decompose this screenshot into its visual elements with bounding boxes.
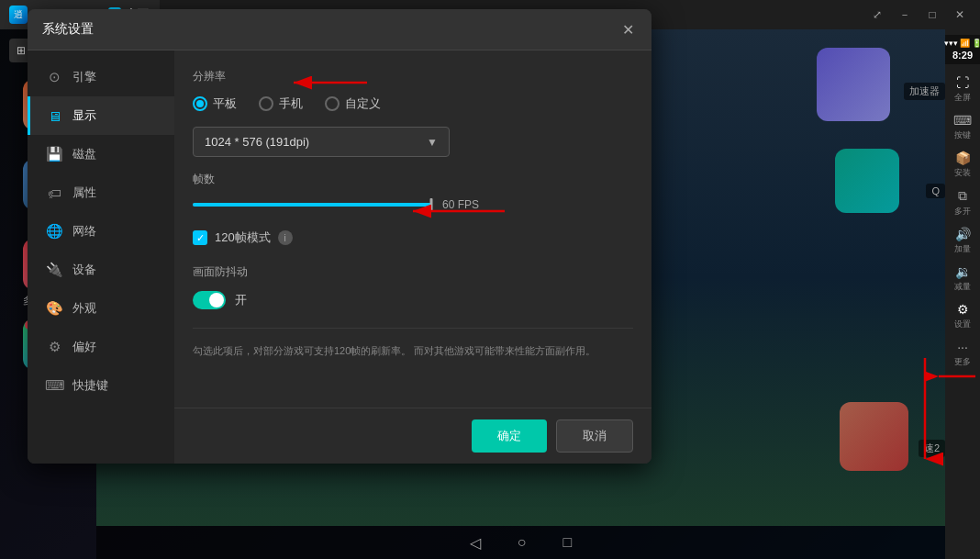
info-text: 勾选此项后，对部分游戏可支持120帧的刷新率。 而对其他游戏可能带来性能方面副作… <box>193 328 633 360</box>
window-controls: ⤢ － □ ✕ <box>857 5 980 25</box>
settings-content: 分辨率 平板 手机 自定义 <box>174 50 651 408</box>
fps-slider-container: 60 FPS <box>193 198 633 211</box>
toggle-knob <box>209 293 224 307</box>
multi-icon: ⧉ <box>958 188 967 204</box>
stabilization-section: 画面防抖动 开 <box>193 264 633 309</box>
settings-content-wrapper: 分辨率 平板 手机 自定义 <box>174 50 651 464</box>
menu-label-prefs: 偏好 <box>72 339 96 355</box>
more-icon: ··· <box>957 340 968 354</box>
menu-label-disk: 磁盘 <box>72 146 96 162</box>
menu-item-appearance[interactable]: 🎨 外观 <box>28 289 174 328</box>
battery-icon: 🔋 <box>972 39 981 48</box>
dialog-body: ⊙ 引擎 🖥 显示 💾 磁盘 🏷 属性 🌐 网络 <box>28 50 651 464</box>
fps-value: 60 FPS <box>442 198 479 211</box>
expand-btn[interactable]: ⤢ <box>864 5 890 25</box>
display-icon: 🖥 <box>45 108 63 124</box>
minimize-btn[interactable]: － <box>892 5 918 25</box>
radio-phone[interactable]: 手机 <box>259 95 303 112</box>
resolution-title: 分辨率 <box>193 69 633 84</box>
settings-label: 设置 <box>954 319 971 330</box>
menu-item-network[interactable]: 🌐 网络 <box>28 212 174 251</box>
fps120-info-icon[interactable]: i <box>278 230 293 245</box>
resolution-section: 分辨率 平板 手机 自定义 <box>193 69 633 157</box>
multi-label: 多开 <box>954 206 971 218</box>
dialog-close-btn[interactable]: ✕ <box>618 20 637 39</box>
status-bar: ▾▾▾ 📶 🔋 8:29 <box>945 35 980 64</box>
fps120-checkbox-row: ✓ 120帧模式 i <box>193 229 633 246</box>
device-icon: 🔌 <box>45 262 63 278</box>
bg-app-2 <box>835 149 899 213</box>
radio-label-custom: 自定义 <box>345 95 381 112</box>
maximize-btn[interactable]: □ <box>919 5 945 25</box>
multi-open-btn[interactable]: ⧉ 多开 <box>946 184 979 221</box>
menu-label-props: 属性 <box>72 184 96 201</box>
wifi-icon: ▾▾▾ <box>944 39 958 48</box>
keyboard-label: 按键 <box>954 129 971 141</box>
settings-dialog: 系统设置 ✕ ⊙ 引擎 🖥 显示 💾 磁盘 🏷 <box>28 9 651 464</box>
nav-recents-btn[interactable]: □ <box>563 534 573 551</box>
radio-tablet[interactable]: 平板 <box>193 95 237 112</box>
more-label: 更多 <box>954 356 971 368</box>
fps-slider-thumb <box>430 198 433 211</box>
menu-label-network: 网络 <box>72 223 96 240</box>
nav-back-btn[interactable]: ◁ <box>470 534 481 552</box>
vol-up-label: 加量 <box>954 243 971 255</box>
install-btn[interactable]: 📦 安装 <box>946 147 979 183</box>
vol-up-icon: 🔊 <box>955 227 971 241</box>
vol-down-btn[interactable]: 🔉 减量 <box>946 261 979 296</box>
menu-item-display[interactable]: 🖥 显示 <box>28 96 174 135</box>
bg-label-1: 加速器 <box>904 83 945 100</box>
right-toolbar: ▾▾▾ 📶 🔋 8:29 ⛶ 全屏 ⌨ 按键 📦 安装 ⧉ 多开 🔊 加量 🔉 <box>945 29 980 559</box>
vol-up-btn[interactable]: 🔊 加量 <box>946 223 979 259</box>
bg-app-1 <box>817 48 890 121</box>
signal-icon: 📶 <box>960 39 970 48</box>
fps-title: 帧数 <box>193 172 633 187</box>
menu-label-display: 显示 <box>72 107 96 124</box>
bg-app-3 <box>840 402 908 471</box>
fps-slider-fill <box>193 203 431 207</box>
settings-icon: ⚙ <box>957 302 969 317</box>
menu-item-disk[interactable]: 💾 磁盘 <box>28 135 174 173</box>
info-text-content: 勾选此项后，对部分游戏可支持120帧的刷新率。 而对其他游戏可能带来性能方面副作… <box>193 345 596 356</box>
settings-btn[interactable]: ⚙ 设置 <box>946 298 979 334</box>
menu-label-appearance: 外观 <box>72 300 96 317</box>
stabilization-title: 画面防抖动 <box>193 264 633 280</box>
radio-circle-tablet <box>193 96 207 111</box>
resolution-radio-group: 平板 手机 自定义 <box>193 95 633 112</box>
resolution-value: 1024 * 576 (191dpi) <box>205 135 309 149</box>
install-label: 安装 <box>954 167 971 179</box>
fps120-checkbox[interactable]: ✓ <box>193 230 207 245</box>
more-btn[interactable]: ··· 更多 <box>946 336 979 372</box>
nav-home-btn[interactable]: ○ <box>518 534 527 551</box>
confirm-button[interactable]: 确定 <box>472 419 547 453</box>
fps-slider-track[interactable] <box>193 203 431 207</box>
toggle-row: 开 <box>193 291 633 309</box>
menu-label-device: 设备 <box>72 262 96 278</box>
logo-icon: 逍 <box>9 6 28 24</box>
stabilization-toggle[interactable] <box>193 291 226 309</box>
radio-custom[interactable]: 自定义 <box>325 95 381 112</box>
fullscreen-btn[interactable]: ⛶ 全屏 <box>946 72 979 107</box>
toggle-label: 开 <box>235 292 247 308</box>
menu-item-engine[interactable]: ⊙ 引擎 <box>28 58 174 96</box>
menu-item-prefs[interactable]: ⚙ 偏好 <box>28 328 174 366</box>
fps-section: 帧数 60 FPS <box>193 172 633 211</box>
cancel-button[interactable]: 取消 <box>556 419 633 453</box>
keyboard-shortcut-btn[interactable]: ⌨ 按键 <box>946 109 979 145</box>
radio-label-tablet: 平板 <box>213 95 237 112</box>
close-btn[interactable]: ✕ <box>947 5 973 25</box>
menu-label-shortcuts: 快捷键 <box>72 377 108 394</box>
fps120-label: 120帧模式 <box>215 229 271 246</box>
menu-item-shortcuts[interactable]: ⌨ 快捷键 <box>28 366 174 405</box>
bg-label-q: Q <box>926 184 945 198</box>
resolution-dropdown[interactable]: 1024 * 576 (191dpi) ▼ <box>193 127 450 157</box>
install-icon: 📦 <box>955 151 971 165</box>
fullscreen-label: 全屏 <box>954 92 971 104</box>
menu-item-device[interactable]: 🔌 设备 <box>28 251 174 289</box>
menu-label-engine: 引擎 <box>72 69 96 85</box>
fullscreen-icon: ⛶ <box>956 75 969 90</box>
radio-label-phone: 手机 <box>279 95 303 112</box>
menu-item-props[interactable]: 🏷 属性 <box>28 173 174 212</box>
network-icon: 🌐 <box>45 223 63 240</box>
vol-down-label: 减量 <box>954 281 971 293</box>
